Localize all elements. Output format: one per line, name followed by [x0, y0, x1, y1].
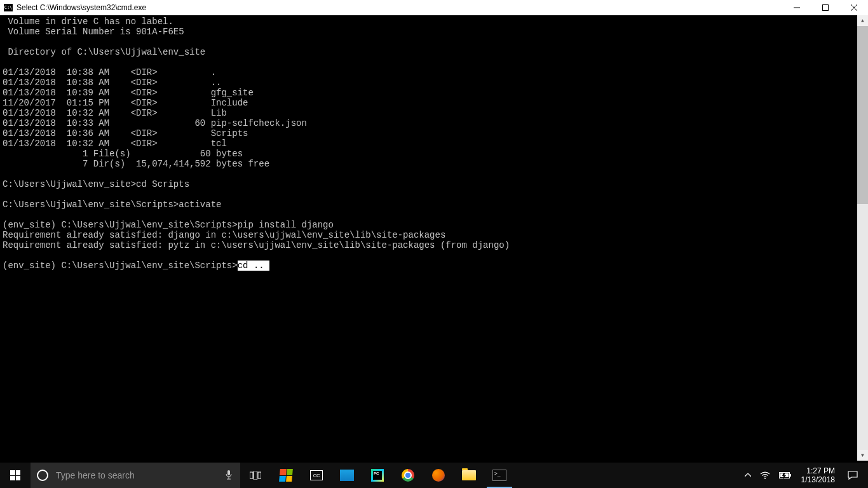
taskbar-firefox[interactable] — [423, 463, 454, 488]
chrome-icon — [402, 469, 414, 482]
terminal-text: Volume in drive C has no label. Volume S… — [3, 17, 510, 250]
maximize-button[interactable] — [811, 0, 839, 15]
close-icon — [851, 4, 857, 11]
windows-logo-icon — [10, 470, 20, 480]
minimize-icon — [794, 4, 800, 11]
clock-date: 1/13/2018 — [801, 475, 835, 484]
svg-rect-1 — [227, 470, 230, 475]
scrollbar-thumb[interactable] — [857, 26, 868, 204]
selected-command-text[interactable]: cd .. — [238, 261, 269, 271]
taskbar-clock[interactable]: 1:27 PM 1/13/2018 — [796, 466, 840, 484]
cortana-icon — [37, 470, 48, 481]
action-center-button[interactable] — [840, 463, 865, 488]
svg-rect-2 — [250, 472, 253, 478]
titlebar[interactable]: C:\ Select C:\Windows\system32\cmd.exe — [0, 0, 868, 15]
tray-wifi[interactable] — [756, 463, 775, 488]
notification-icon — [848, 470, 858, 480]
battery-icon — [779, 471, 792, 479]
window-title: Select C:\Windows\system32\cmd.exe — [17, 3, 782, 12]
microsoft-store-icon — [279, 469, 293, 482]
task-view-icon — [250, 471, 261, 480]
svg-rect-7 — [790, 474, 791, 477]
scroll-down-button[interactable]: ▼ — [857, 450, 868, 461]
svg-rect-0 — [822, 5, 828, 11]
taskbar[interactable]: Type here to search CC PC — [0, 463, 868, 488]
terminal-output[interactable]: Volume in drive C has no label. Volume S… — [0, 15, 868, 461]
taskbar-pycharm[interactable]: PC — [362, 463, 393, 488]
visual-studio-icon — [340, 470, 354, 481]
tray-chevron[interactable] — [740, 463, 756, 488]
chevron-up-icon — [745, 473, 751, 477]
mic-icon[interactable] — [217, 470, 240, 482]
taskbar-cmd[interactable] — [484, 463, 515, 488]
task-view-button[interactable] — [240, 463, 271, 488]
window-controls — [782, 0, 868, 15]
scroll-up-button[interactable]: ▲ — [857, 15, 868, 26]
clock-time: 1:27 PM — [801, 466, 835, 475]
tray-battery[interactable] — [775, 463, 796, 488]
taskbar-vs[interactable] — [332, 463, 362, 488]
svg-point-5 — [764, 478, 766, 479]
system-tray: 1:27 PM 1/13/2018 — [740, 463, 868, 488]
minimize-button[interactable] — [782, 0, 811, 15]
cc-icon: CC — [310, 470, 323, 480]
scrollbar-track[interactable] — [857, 26, 868, 450]
start-button[interactable] — [0, 463, 31, 488]
taskbar-apps: CC PC — [271, 463, 515, 488]
wifi-icon — [760, 471, 770, 479]
close-button[interactable] — [839, 0, 868, 15]
firefox-icon — [432, 469, 445, 482]
taskbar-chrome[interactable] — [393, 463, 423, 488]
search-box[interactable]: Type here to search — [31, 463, 240, 488]
prompt-prefix: (env_site) C:\Users\Ujjwal\env_site\Scri… — [3, 261, 238, 271]
search-placeholder: Type here to search — [56, 470, 135, 480]
folder-icon — [462, 470, 476, 480]
svg-rect-3 — [254, 471, 257, 480]
pycharm-icon: PC — [371, 469, 384, 482]
taskbar-captions[interactable]: CC — [301, 463, 332, 488]
svg-rect-4 — [258, 472, 261, 478]
cmd-icon — [492, 470, 506, 481]
cmd-app-icon: C:\ — [4, 4, 13, 11]
taskbar-file-explorer[interactable] — [454, 463, 484, 488]
maximize-icon — [822, 4, 829, 11]
taskbar-microsoft-store[interactable] — [271, 463, 301, 488]
vertical-scrollbar[interactable]: ▲ ▼ — [857, 15, 868, 461]
